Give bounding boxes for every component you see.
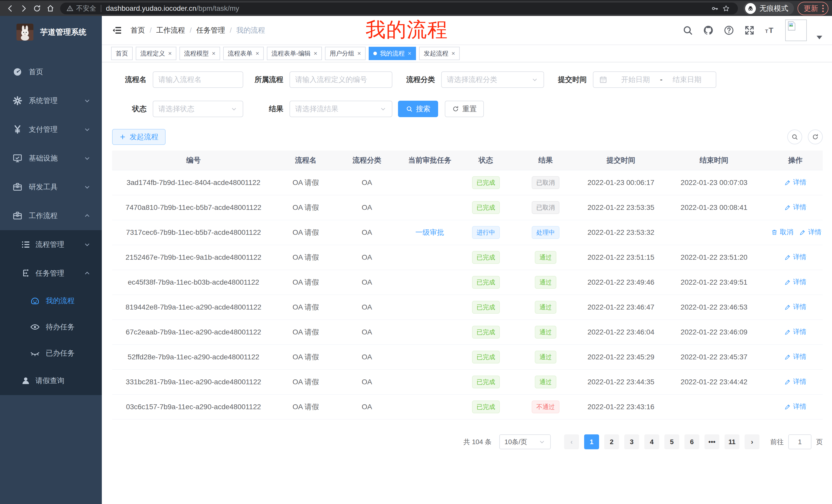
reset-button[interactable]: 重置 — [445, 101, 484, 117]
refresh-button[interactable] — [808, 130, 823, 144]
page-button-3[interactable]: 3 — [624, 435, 639, 449]
goto-page-input[interactable]: 1 — [788, 435, 811, 449]
page-button-1[interactable]: 1 — [584, 435, 599, 449]
tab-7[interactable]: 发起流程× — [419, 47, 460, 60]
cell-process-id: 52ffd28e-7b9a-11ec-a290-acde48001122 — [112, 353, 275, 361]
cell-actions: 详情 — [768, 327, 823, 337]
action-detail-link[interactable]: 详情 — [784, 327, 807, 336]
action-detail-link[interactable]: 详情 — [784, 203, 807, 212]
close-icon[interactable]: × — [357, 50, 361, 57]
tab-3[interactable]: 流程表单× — [223, 47, 264, 60]
page-button-5[interactable]: 5 — [665, 435, 679, 449]
sidebar-item-4[interactable]: 研发工具 — [0, 173, 102, 201]
close-icon[interactable]: × — [408, 50, 411, 57]
bookmark-star-icon[interactable] — [721, 3, 732, 14]
cell-result: 已取消 — [509, 201, 582, 214]
search-icon[interactable] — [682, 25, 693, 36]
definition-input[interactable]: 请输入流程定义的编号 — [289, 72, 392, 88]
address-bar[interactable]: 不安全 dashboard.yudao.iocoder.cn/bpm/task/… — [60, 3, 738, 15]
browser-menu-icon[interactable] — [822, 5, 824, 12]
app-logo[interactable]: 芋道管理系统 — [0, 16, 102, 48]
close-icon[interactable]: × — [314, 50, 317, 57]
cell-actions: 取消详情 — [768, 228, 823, 237]
page-button-2[interactable]: 2 — [604, 435, 619, 449]
avatar[interactable] — [785, 20, 807, 41]
sidebar-item-5[interactable]: 工作流程 — [0, 201, 102, 230]
result-select[interactable]: 请选择流结果 — [289, 101, 392, 117]
gear-icon — [12, 95, 23, 106]
toggle-search-button[interactable] — [787, 130, 802, 144]
current-task-link[interactable]: 一级审批 — [415, 228, 444, 236]
create-process-button[interactable]: 发起流程 — [112, 129, 165, 145]
key-icon[interactable] — [709, 3, 721, 14]
category-select[interactable]: 请选择流程分类 — [441, 72, 544, 88]
action-detail-link[interactable]: 详情 — [784, 253, 807, 261]
help-icon[interactable] — [724, 25, 734, 36]
sidebar-item-11[interactable]: 请假查询 — [0, 366, 102, 395]
page-size-select[interactable]: 10条/页 — [499, 435, 551, 449]
action-detail-link[interactable]: 详情 — [784, 277, 807, 286]
sidebar-item-8[interactable]: 我的流程 — [0, 288, 102, 314]
action-detail-link[interactable]: 详情 — [784, 352, 807, 361]
sidebar-item-3[interactable]: 基础设施 — [0, 144, 102, 173]
incognito-label: 无痕模式 — [759, 4, 788, 13]
close-icon[interactable]: × — [256, 50, 259, 57]
sidebar-item-2[interactable]: 支付管理 — [0, 115, 102, 144]
page-ellipsis[interactable]: ••• — [704, 435, 719, 449]
next-page-button[interactable]: › — [745, 435, 759, 449]
name-input[interactable]: 请输入流程名 — [153, 72, 243, 88]
action-detail-link[interactable]: 详情 — [784, 377, 807, 386]
breadcrumb-item-0[interactable]: 首页 — [131, 25, 145, 35]
home-icon[interactable] — [44, 2, 57, 15]
sidebar-item-10[interactable]: 已办任务 — [0, 340, 102, 366]
cell-category: OA — [337, 228, 397, 236]
end-date-placeholder: 结束日期 — [664, 75, 710, 85]
sidebar-item-6[interactable]: 流程管理 — [0, 230, 102, 259]
cell-status: 已完成 — [463, 400, 509, 413]
tab-0[interactable]: 首页 — [111, 47, 133, 60]
status-select[interactable]: 请选择状态 — [153, 101, 243, 117]
action-cancel-link[interactable]: 取消 — [771, 228, 793, 236]
prev-page-button[interactable]: ‹ — [564, 435, 579, 449]
calendar-icon — [599, 76, 607, 84]
back-icon[interactable] — [4, 2, 17, 15]
breadcrumb-item-2[interactable]: 任务管理 — [197, 25, 225, 35]
page-button-11[interactable]: 11 — [725, 435, 739, 449]
date-separator: - — [660, 76, 662, 84]
sidebar-item-1[interactable]: 系统管理 — [0, 86, 102, 115]
tab-6[interactable]: 我的流程× — [369, 47, 416, 60]
url-text: dashboard.yudao.iocoder.cn/bpm/task/my — [106, 4, 239, 12]
sidebar-item-7[interactable]: 任务管理 — [0, 259, 102, 288]
page-button-4[interactable]: 4 — [644, 435, 659, 449]
breadcrumb-item-1[interactable]: 工作流程 — [156, 25, 185, 35]
update-button[interactable]: 更新 — [798, 2, 828, 15]
security-label[interactable]: 不安全 — [76, 4, 96, 13]
search-button[interactable]: 搜索 — [398, 101, 438, 117]
reload-icon[interactable] — [30, 2, 44, 15]
page-button-6[interactable]: 6 — [684, 435, 699, 449]
action-detail-link[interactable]: 详情 — [784, 302, 807, 311]
tab-4[interactable]: 流程表单-编辑× — [267, 47, 322, 60]
action-detail-link[interactable]: 详情 — [784, 402, 807, 411]
sidebar-menu: 首页系统管理支付管理基础设施研发工具工作流程流程管理任务管理我的流程待办任务已办… — [0, 58, 102, 395]
tab-1[interactable]: 流程定义× — [136, 47, 176, 60]
forward-icon[interactable] — [17, 2, 30, 15]
fullscreen-icon[interactable] — [744, 25, 755, 36]
close-icon[interactable]: × — [168, 50, 172, 57]
collapse-sidebar-icon[interactable] — [111, 25, 122, 36]
close-icon[interactable]: × — [212, 50, 215, 57]
github-icon[interactable] — [703, 25, 714, 36]
font-size-icon[interactable]: TT — [765, 25, 775, 36]
tab-5[interactable]: 用户分组× — [325, 47, 366, 60]
sidebar-item-9[interactable]: 待办任务 — [0, 314, 102, 340]
cell-category: OA — [337, 253, 397, 261]
close-icon[interactable]: × — [451, 50, 455, 57]
sidebar-item-0[interactable]: 首页 — [0, 58, 102, 86]
tab-2[interactable]: 流程模型× — [179, 47, 220, 60]
cell-submit-time: 2022-01-22 23:53:35 — [582, 203, 660, 212]
cell-actions: 详情 — [768, 178, 823, 188]
avatar-dropdown-caret[interactable] — [816, 36, 822, 39]
date-range-picker[interactable]: 开始日期 - 结束日期 — [593, 72, 716, 88]
action-detail-link[interactable]: 详情 — [784, 178, 807, 187]
action-detail-link[interactable]: 详情 — [799, 228, 822, 236]
